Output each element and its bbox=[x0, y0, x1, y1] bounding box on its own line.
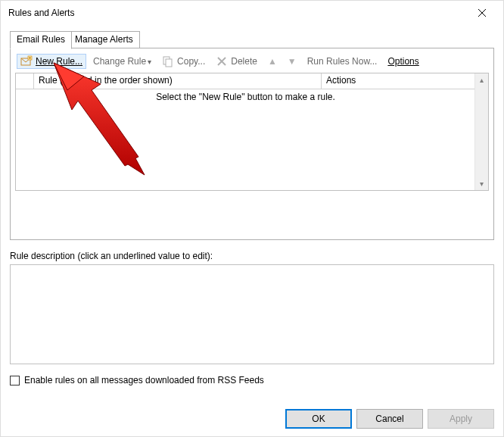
scroll-up-icon: ▴ bbox=[475, 73, 488, 86]
button-label: Options bbox=[387, 56, 418, 67]
options-button[interactable]: Options bbox=[384, 55, 422, 68]
list-body: Select the "New Rule" button to make a r… bbox=[16, 89, 475, 190]
new-rule-button[interactable]: New Rule... bbox=[17, 54, 86, 69]
button-label: New Rule... bbox=[36, 56, 82, 67]
cancel-button[interactable]: Cancel bbox=[356, 409, 423, 429]
tab-label: Manage Alerts bbox=[75, 34, 133, 45]
rss-checkbox-label: Enable rules on all messages downloaded … bbox=[24, 375, 264, 385]
apply-button: Apply bbox=[428, 409, 494, 429]
rules-list: Rule (applied in the order shown) Action… bbox=[15, 73, 489, 191]
move-down-button[interactable]: ▼ bbox=[284, 55, 300, 68]
run-rules-now-button[interactable]: Run Rules Now... bbox=[303, 55, 381, 68]
column-actions-label: Actions bbox=[326, 75, 356, 86]
rule-description-label: Rule description (click an underlined va… bbox=[10, 251, 494, 261]
button-label: Delete bbox=[231, 56, 257, 67]
svg-rect-7 bbox=[166, 59, 172, 67]
dialog-content: Email Rules Manage Alerts bbox=[1, 25, 503, 400]
tabstrip: Email Rules Manage Alerts bbox=[10, 31, 494, 48]
copy-icon bbox=[162, 55, 174, 67]
chevron-down-icon: ▾ bbox=[148, 58, 151, 66]
close-button[interactable] bbox=[467, 2, 497, 23]
new-rule-icon bbox=[20, 55, 33, 67]
rss-checkbox[interactable] bbox=[10, 376, 20, 385]
column-rule-label: Rule (applied in the order shown) bbox=[39, 75, 173, 86]
column-checkbox[interactable] bbox=[16, 73, 34, 89]
move-up-button[interactable]: ▲ bbox=[264, 55, 281, 68]
dialog-button-bar: OK Cancel Apply bbox=[285, 409, 494, 429]
window-title: Rules and Alerts bbox=[7, 8, 467, 18]
button-label: Change Rule bbox=[93, 56, 146, 67]
triangle-down-icon: ▼ bbox=[288, 56, 297, 67]
tab-label: Email Rules bbox=[17, 34, 65, 45]
toolbar: New Rule... Change Rule ▾ Copy... bbox=[15, 53, 489, 70]
rss-checkbox-row[interactable]: Enable rules on all messages downloaded … bbox=[10, 375, 494, 385]
button-label: OK bbox=[312, 414, 325, 424]
column-headers: Rule (applied in the order shown) Action… bbox=[16, 73, 488, 89]
button-label: Apply bbox=[450, 414, 472, 424]
column-actions[interactable]: Actions bbox=[322, 73, 488, 89]
close-icon bbox=[478, 8, 487, 17]
tab-email-rules[interactable]: Email Rules bbox=[10, 31, 72, 49]
tab-manage-alerts[interactable]: Manage Alerts bbox=[68, 31, 140, 48]
ok-button[interactable]: OK bbox=[285, 409, 352, 429]
delete-button[interactable]: Delete bbox=[212, 54, 261, 69]
change-rule-button[interactable]: Change Rule ▾ bbox=[89, 55, 155, 68]
titlebar: Rules and Alerts bbox=[1, 1, 503, 25]
delete-icon bbox=[216, 55, 228, 67]
rule-description-box[interactable] bbox=[10, 264, 494, 364]
empty-list-message: Select the "New Rule" button to make a r… bbox=[16, 89, 475, 102]
button-label: Cancel bbox=[375, 414, 403, 424]
vertical-scrollbar[interactable]: ▴ ▾ bbox=[474, 73, 488, 190]
rules-and-alerts-window: Rules and Alerts Email Rules Manage Aler… bbox=[0, 0, 504, 437]
copy-button[interactable]: Copy... bbox=[158, 54, 209, 69]
scroll-down-icon: ▾ bbox=[475, 177, 488, 190]
button-label: Run Rules Now... bbox=[307, 56, 378, 67]
email-rules-panel: New Rule... Change Rule ▾ Copy... bbox=[10, 48, 494, 240]
column-rule[interactable]: Rule (applied in the order shown) bbox=[34, 73, 322, 89]
triangle-up-icon: ▲ bbox=[268, 56, 277, 67]
button-label: Copy... bbox=[177, 56, 205, 67]
